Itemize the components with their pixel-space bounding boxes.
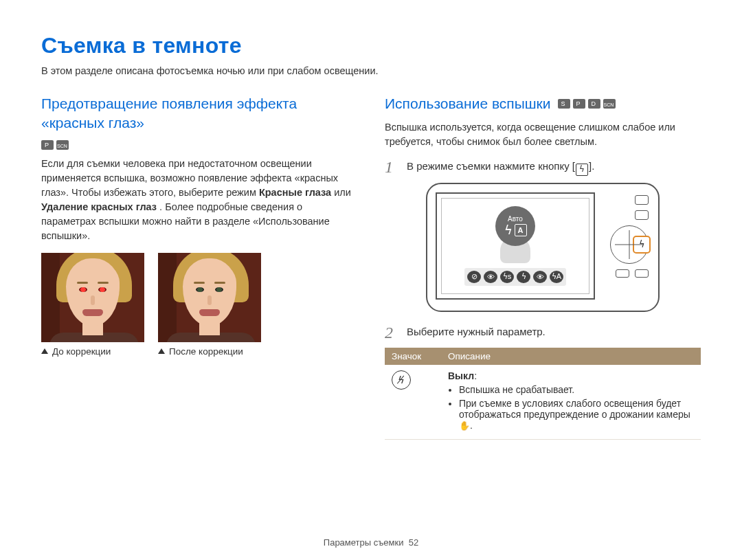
mode-scene-icon	[56, 140, 69, 150]
fn-button-icon	[635, 269, 649, 278]
face-after-image	[158, 253, 261, 342]
mode-program-icon	[41, 140, 54, 150]
power-button-icon	[635, 195, 649, 205]
right-heading: Использование вспышки	[385, 94, 701, 113]
mode-smart-icon	[558, 99, 570, 109]
example-before: До коррекции	[41, 253, 144, 357]
step-1: 1 В режиме съемки нажмите кнопку [ϟ].	[385, 159, 701, 175]
mode-dual-icon	[588, 99, 600, 109]
flash-button-icon: ϟ	[576, 164, 588, 176]
menu-button-icon	[616, 269, 629, 278]
flash-dpad-highlight-icon: ϟ	[633, 236, 651, 254]
opt-bullet-2: При съемке в условиях слабого освещения …	[459, 398, 694, 431]
flash-redeye2-icon: 👁	[533, 271, 547, 283]
column-left: Предотвращение появления эффекта «красны…	[41, 94, 357, 440]
flash-slow-icon: ϟs	[500, 271, 514, 283]
flash-mode-strip: ⊘ 👁 ϟs ϟ 👁 ϟA	[464, 268, 566, 286]
opt-bullet-1: Вспышка не срабатывает.	[459, 384, 694, 395]
flash-fill-icon: ϟ	[517, 271, 530, 283]
page-footer: Параметры съемки 52	[0, 537, 742, 548]
th-icon: Значок	[385, 348, 441, 365]
camera-body: Авто ϟ A ⊘ 👁 ϟs ϟ 👁 ϟA	[426, 183, 660, 312]
flash-options-table: Значок Описание ϟ̸ Выкл: Вспышка не сраб…	[385, 348, 701, 440]
left-body: Если для съемки человека при недостаточн…	[41, 157, 357, 243]
flash-auto-icon: ϟA	[550, 271, 563, 283]
left-body-or: или	[334, 187, 351, 198]
two-column-layout: Предотвращение появления эффекта «красны…	[41, 94, 701, 440]
triangle-icon	[41, 348, 48, 354]
step-2-text: Выберите нужный параметр.	[407, 324, 546, 341]
example-after: После коррекции	[158, 253, 261, 357]
right-mode-icons	[558, 99, 616, 109]
camera-controls: ϟ	[605, 192, 649, 278]
camera-illustration: Авто ϟ A ⊘ 👁 ϟs ϟ 👁 ϟA	[426, 183, 660, 312]
intro-text: В этом разделе описана фотосъемка ночью …	[41, 65, 701, 76]
mode-scene-icon	[603, 99, 616, 109]
step-1-text: В режиме съемки нажмите кнопку [ϟ].	[407, 159, 594, 175]
bolt-icon: ϟ	[504, 224, 513, 236]
left-heading-text: Предотвращение появления эффекта «красны…	[41, 94, 357, 133]
redeye-examples: До коррекции После коррекции	[41, 253, 357, 357]
flash-off-large-icon: ϟ̸	[392, 370, 411, 390]
mode-program-icon	[573, 99, 585, 109]
manual-page: Съемка в темноте В этом разделе описана …	[0, 0, 742, 560]
footer-section: Параметры съемки	[324, 537, 404, 548]
step-1-number: 1	[385, 159, 397, 175]
flash-off-icon: ⊘	[467, 271, 481, 283]
flash-redeye-icon: 👁	[484, 271, 497, 283]
step-2: 2 Выберите нужный параметр.	[385, 324, 701, 341]
caption-after: После коррекции	[158, 346, 261, 357]
table-row: ϟ̸ Выкл: Вспышка не срабатывает. При съе…	[385, 365, 701, 440]
auto-a-icon: A	[515, 224, 527, 236]
caption-before: До коррекции	[41, 346, 144, 357]
column-right: Использование вспышки Вспышка использует…	[385, 94, 701, 440]
cell-icon: ϟ̸	[385, 365, 441, 440]
face-before-image	[41, 253, 144, 342]
left-bold-1: Красные глаза	[259, 187, 331, 198]
step-2-number: 2	[385, 324, 397, 341]
camera-screen: Авто ϟ A ⊘ 👁 ϟs ϟ 👁 ϟA	[436, 192, 595, 300]
left-heading: Предотвращение появления эффекта «красны…	[41, 94, 357, 150]
footer-page-number: 52	[409, 537, 418, 548]
flash-auto-label: Авто	[508, 215, 523, 223]
left-bold-2: Удаление красных глаз	[41, 201, 157, 212]
left-mode-icons	[41, 140, 69, 150]
shake-warning-icon: ✋	[459, 421, 470, 431]
flash-auto-badge: Авто ϟ A	[495, 206, 535, 246]
opt-name: Выкл	[448, 370, 474, 381]
right-body: Вспышка используется, когда освещение сл…	[385, 120, 701, 149]
dpad-icon: ϟ	[610, 225, 649, 264]
th-desc: Описание	[441, 348, 701, 365]
right-heading-text: Использование вспышки	[385, 94, 551, 113]
page-title: Съемка в темноте	[41, 33, 701, 58]
play-button-icon	[635, 210, 649, 220]
triangle-icon	[158, 348, 165, 354]
cell-desc: Выкл: Вспышка не срабатывает. При съемке…	[441, 365, 701, 440]
